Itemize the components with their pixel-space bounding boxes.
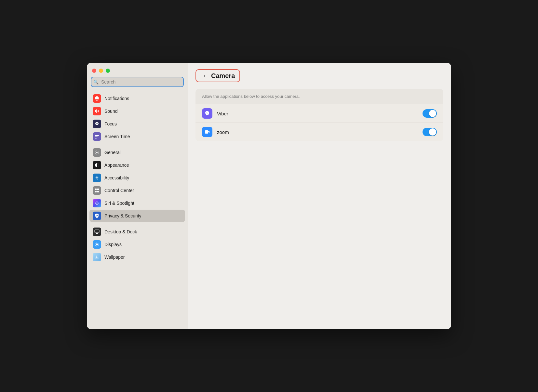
maximize-button[interactable]: [106, 69, 110, 73]
focus-icon: [93, 120, 101, 128]
sidebar-item-notifications[interactable]: Notifications: [89, 92, 185, 105]
displays-label: Displays: [104, 242, 122, 247]
content-header: ‹ Camera: [195, 69, 443, 82]
titlebar: [87, 63, 188, 77]
accessibility-icon: [93, 174, 101, 182]
privacy-label: Privacy & Security: [104, 213, 141, 218]
content-panel: Allow the applications below to access y…: [195, 89, 443, 141]
svg-rect-7: [97, 189, 99, 190]
wallpaper-icon: [93, 253, 101, 261]
appearance-icon: [93, 161, 101, 169]
arrow-head: [87, 214, 87, 217]
svg-rect-6: [95, 189, 97, 190]
controlcenter-label: Control Center: [104, 188, 134, 193]
desktop-label: Desktop & Dock: [104, 229, 137, 234]
main-content: ‹ Camera Allow the applications below to…: [188, 63, 451, 329]
red-arrow-indicator: [87, 214, 87, 217]
accessibility-label: Accessibility: [104, 175, 129, 180]
zoom-name: zoom: [217, 129, 423, 135]
screentime-label: Screen Time: [104, 134, 130, 139]
panel-description: Allow the applications below to access y…: [195, 89, 443, 104]
svg-point-11: [97, 203, 98, 204]
separator-2: [89, 222, 185, 226]
svg-rect-0: [95, 135, 99, 136]
separator-1: [89, 143, 185, 146]
svg-point-15: [96, 243, 98, 245]
sidebar-item-general[interactable]: General: [89, 146, 185, 159]
general-label: General: [104, 150, 121, 155]
notifications-label: Notifications: [104, 96, 129, 101]
focus-label: Focus: [104, 121, 117, 126]
svg-rect-9: [97, 191, 99, 192]
viber-toggle[interactable]: [423, 109, 437, 118]
sidebar-item-siri[interactable]: Siri & Spotlight: [89, 197, 185, 209]
minimize-button[interactable]: [99, 69, 103, 73]
sidebar-item-controlcenter[interactable]: Control Center: [89, 184, 185, 197]
sidebar-item-sound[interactable]: Sound: [89, 105, 185, 117]
wallpaper-label: Wallpaper: [104, 255, 125, 260]
svg-rect-2: [95, 138, 97, 138]
sidebar-item-appearance[interactable]: Appearance: [89, 159, 185, 171]
sidebar-item-privacy[interactable]: Privacy & Security: [89, 210, 185, 222]
system-preferences-window: 🔍 Notifications: [87, 63, 451, 329]
svg-point-5: [97, 176, 98, 177]
privacy-container: Privacy & Security: [89, 210, 185, 222]
desktop-icon: [93, 228, 101, 236]
search-input[interactable]: [91, 77, 184, 87]
svg-rect-14: [95, 234, 99, 234]
search-icon: 🔍: [93, 80, 99, 85]
page-title-box: ‹ Camera: [195, 69, 240, 82]
close-button[interactable]: [92, 69, 96, 73]
controlcenter-icon: [93, 186, 101, 195]
svg-rect-13: [96, 233, 98, 234]
sidebar-item-desktop[interactable]: Desktop & Dock: [89, 226, 185, 238]
viber-row: Viber: [195, 104, 443, 123]
sound-icon: [93, 107, 101, 115]
siri-label: Siri & Spotlight: [104, 201, 134, 206]
search-container: 🔍: [87, 77, 188, 91]
zoom-icon: [202, 127, 212, 137]
displays-icon: [93, 240, 101, 249]
sidebar-item-screentime[interactable]: Screen Time: [89, 130, 185, 143]
zoom-row: zoom: [195, 123, 443, 141]
viber-icon: [202, 108, 212, 119]
privacy-icon: [93, 212, 101, 220]
sidebar-list: Notifications Sound Focus: [87, 91, 188, 329]
general-icon: [93, 148, 101, 157]
svg-point-16: [96, 256, 97, 257]
zoom-toggle[interactable]: [423, 128, 437, 136]
page-title: Camera: [211, 72, 235, 80]
svg-rect-17: [205, 130, 208, 134]
notifications-icon: [93, 94, 101, 103]
search-wrapper: 🔍: [91, 77, 184, 87]
sidebar: 🔍 Notifications: [87, 63, 188, 329]
screentime-icon: [93, 132, 101, 141]
back-button[interactable]: ‹: [201, 72, 208, 80]
viber-name: Viber: [217, 111, 423, 116]
sound-label: Sound: [104, 109, 117, 114]
svg-rect-1: [95, 137, 98, 137]
siri-icon: [93, 199, 101, 207]
sidebar-item-accessibility[interactable]: Accessibility: [89, 172, 185, 184]
svg-point-3: [96, 152, 98, 153]
svg-rect-8: [95, 191, 97, 192]
sidebar-item-displays[interactable]: Displays: [89, 238, 185, 251]
svg-rect-12: [95, 230, 99, 233]
sidebar-item-wallpaper[interactable]: Wallpaper: [89, 251, 185, 263]
appearance-label: Appearance: [104, 163, 129, 168]
sidebar-item-focus[interactable]: Focus: [89, 118, 185, 130]
